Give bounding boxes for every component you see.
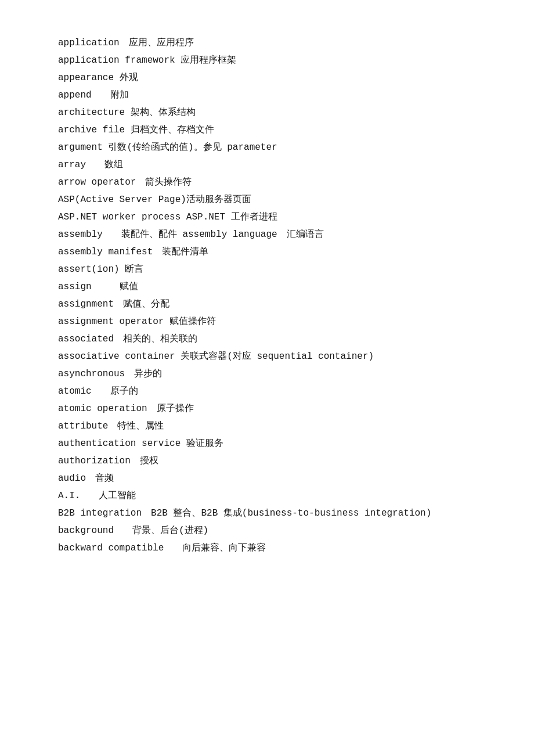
glossary-entry-archive-file: archive file 归档文件、存档文件 — [58, 122, 488, 138]
glossary-entry-assignment-operator: assignment operator 赋值操作符 — [58, 314, 488, 330]
glossary-entry-atomic-operation: atomic operation 原子操作 — [58, 401, 488, 417]
glossary-entry-application-framework: application framework 应用程序框架 — [58, 52, 488, 69]
glossary-list: application 应用、应用程序application framework… — [58, 35, 488, 557]
glossary-entry-asp: ASP(Active Server Page)活动服务器页面 — [58, 192, 488, 208]
glossary-entry-background: background 背景、后台(进程) — [58, 523, 488, 539]
glossary-entry-authorization: authorization 授权 — [58, 453, 488, 469]
glossary-entry-backward-compatible: backward compatible 向后兼容、向下兼容 — [58, 540, 488, 556]
glossary-entry-append: append 附加 — [58, 87, 488, 103]
glossary-entry-assembly: assembly 装配件、配件 assembly language 汇编语言 — [58, 226, 488, 243]
glossary-entry-attribute: attribute 特性、属性 — [58, 418, 488, 434]
glossary-entry-b2b-integration: B2B integration B2B 整合、B2B 集成(business-t… — [58, 505, 488, 521]
glossary-entry-assign: assign 赋值 — [58, 279, 488, 295]
glossary-entry-atomic: atomic 原子的 — [58, 383, 488, 399]
glossary-entry-assertion: assert(ion) 断言 — [58, 261, 488, 278]
glossary-entry-authentication-service: authentication service 验证服务 — [58, 435, 488, 452]
glossary-entry-aspnet-worker-process: ASP.NET worker process ASP.NET 工作者进程 — [58, 209, 488, 225]
glossary-entry-argument: argument 引数(传给函式的值)。参见 parameter — [58, 139, 488, 156]
glossary-entry-audio: audio 音频 — [58, 470, 488, 487]
glossary-entry-associative-container: associative container 关联式容器(对应 sequentia… — [58, 348, 488, 365]
glossary-entry-asynchronous: asynchronous 异步的 — [58, 366, 488, 382]
glossary-entry-architecture: architecture 架构、体系结构 — [58, 105, 488, 121]
glossary-entry-assignment: assignment 赋值、分配 — [58, 296, 488, 312]
glossary-entry-assembly-manifest: assembly manifest 装配件清单 — [58, 244, 488, 260]
glossary-entry-appearance: appearance 外观 — [58, 70, 488, 86]
glossary-entry-ai: A.I. 人工智能 — [58, 488, 488, 504]
glossary-entry-associated: associated 相关的、相关联的 — [58, 331, 488, 347]
glossary-entry-application: application 应用、应用程序 — [58, 35, 488, 51]
glossary-entry-arrow-operator: arrow operator 箭头操作符 — [58, 174, 488, 190]
glossary-entry-array: array 数组 — [58, 157, 488, 173]
